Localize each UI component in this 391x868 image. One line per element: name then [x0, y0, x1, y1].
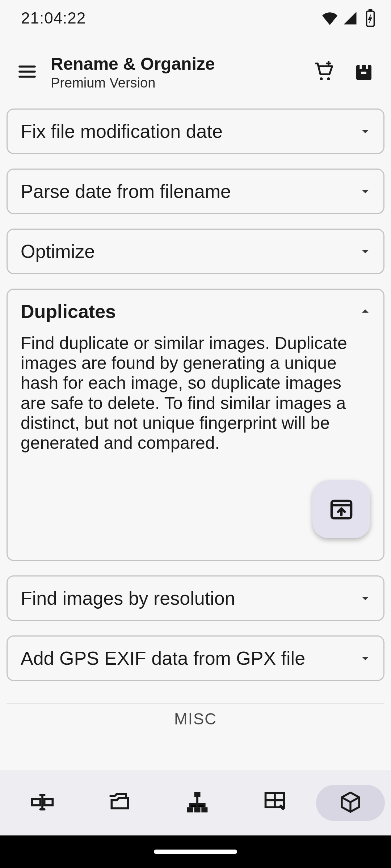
nav-tab-rename[interactable] — [6, 783, 79, 823]
package-icon — [339, 791, 362, 815]
sitemap-icon — [185, 790, 210, 816]
card-duplicates-header[interactable]: Duplicates — [8, 290, 383, 333]
svg-rect-14 — [194, 807, 201, 812]
card-title: Duplicates — [21, 301, 116, 322]
status-bar: 21:04:22 — [0, 0, 391, 36]
battery-charging-icon — [363, 9, 378, 27]
app-info-button[interactable] — [344, 52, 384, 92]
card-add-gps-from-gpx[interactable]: Add GPS EXIF data from GPX file — [7, 635, 384, 681]
nav-tab-tools[interactable] — [316, 785, 385, 821]
card-title: Fix file modification date — [21, 120, 223, 142]
gesture-handle[interactable] — [154, 850, 237, 854]
app-bar-titles: Rename & Organize Premium Version — [47, 54, 304, 91]
edit-grid-icon — [262, 790, 287, 816]
card-duplicates: Duplicates Find duplicate or similar ima… — [7, 289, 384, 561]
system-nav-bar — [0, 835, 391, 868]
app-bar: Rename & Organize Premium Version — [0, 36, 391, 109]
nav-tab-structure[interactable] — [161, 783, 234, 823]
app-title: Rename & Organize — [51, 54, 304, 74]
svg-rect-7 — [361, 72, 366, 74]
svg-rect-6 — [366, 65, 368, 69]
chevron-down-icon — [357, 243, 373, 259]
chevron-up-icon — [357, 303, 373, 319]
open-in-browser-icon — [328, 495, 354, 523]
main-content: Fix file modification date Parse date fr… — [0, 109, 391, 728]
add-to-cart-icon — [313, 61, 335, 84]
card-parse-date-filename[interactable]: Parse date from filename — [7, 169, 384, 214]
svg-rect-13 — [201, 807, 207, 812]
card-title: Find images by resolution — [21, 587, 235, 609]
chevron-down-icon — [357, 650, 373, 666]
card-optimize[interactable]: Optimize — [7, 229, 384, 274]
rename-field-icon — [30, 790, 55, 816]
status-icons — [322, 9, 378, 27]
wifi-icon — [322, 10, 337, 26]
svg-rect-9 — [32, 799, 41, 805]
svg-point-3 — [327, 77, 330, 80]
svg-rect-11 — [194, 792, 201, 797]
card-fix-file-date[interactable]: Fix file modification date — [7, 109, 384, 154]
nav-tab-folders[interactable] — [84, 783, 156, 823]
svg-rect-12 — [187, 807, 193, 812]
svg-rect-10 — [45, 799, 53, 805]
section-header-misc: MISC — [7, 703, 384, 728]
nav-tab-metadata[interactable] — [239, 783, 311, 823]
svg-rect-1 — [369, 9, 372, 11]
open-duplicates-button[interactable] — [312, 480, 370, 538]
bottom-nav — [0, 770, 391, 835]
chevron-down-icon — [357, 123, 373, 139]
card-title: Optimize — [21, 241, 95, 262]
signal-icon — [342, 10, 358, 26]
card-title: Parse date from filename — [21, 180, 231, 202]
svg-point-2 — [320, 77, 323, 80]
menu-icon — [17, 61, 37, 83]
svg-rect-5 — [360, 65, 362, 69]
card-duplicates-body: Find duplicate or similar images. Duplic… — [8, 333, 383, 466]
hamburger-menu-button[interactable] — [7, 52, 47, 92]
chevron-down-icon — [357, 590, 373, 606]
purchase-button[interactable] — [304, 52, 344, 92]
card-find-by-resolution[interactable]: Find images by resolution — [7, 575, 384, 621]
chevron-down-icon — [357, 183, 373, 199]
folders-icon — [108, 790, 132, 816]
app-subtitle: Premium Version — [51, 75, 304, 91]
card-title: Add GPS EXIF data from GPX file — [21, 647, 305, 669]
archive-box-icon — [354, 61, 374, 83]
status-clock: 21:04:22 — [21, 9, 86, 27]
